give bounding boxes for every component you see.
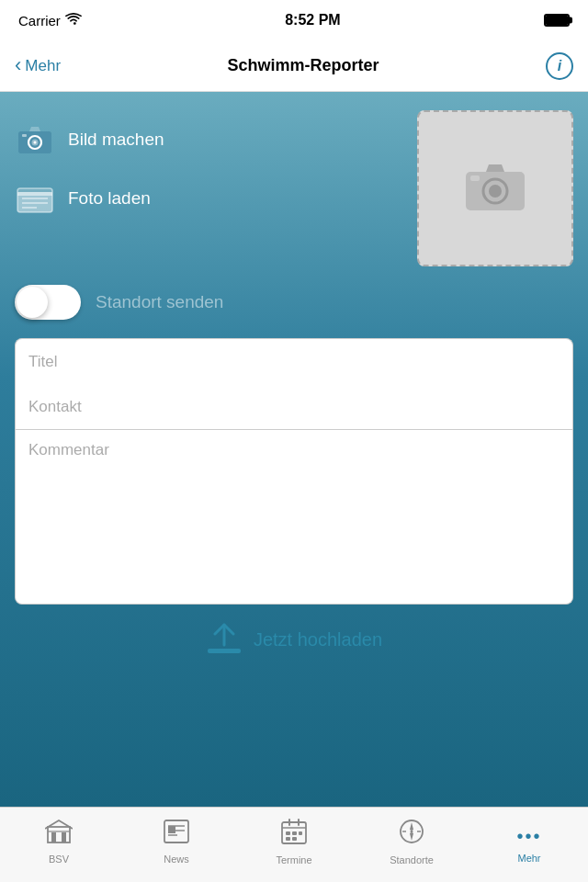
back-button[interactable]: ‹ Mehr [15, 57, 61, 75]
tab-termine[interactable]: Termine [235, 808, 353, 882]
time-display: 8:52 PM [285, 12, 340, 28]
tab-standorte-label: Standorte [390, 854, 434, 865]
tab-termine-label: Termine [276, 854, 311, 865]
svg-rect-8 [17, 192, 52, 196]
svg-point-14 [489, 185, 502, 198]
tab-news[interactable]: News [118, 808, 235, 882]
back-label: Mehr [25, 57, 61, 75]
toggle-knob [17, 287, 48, 318]
compass-icon [399, 819, 424, 851]
status-bar: Carrier 8:52 PM [0, 0, 588, 40]
placeholder-camera-icon [463, 161, 527, 216]
svg-rect-34 [292, 837, 297, 841]
svg-rect-25 [168, 826, 175, 833]
action-buttons: Bild machen Foto laden [15, 110, 164, 219]
battery-indicator [544, 14, 570, 27]
tab-bsv-label: BSV [49, 854, 69, 865]
tab-mehr[interactable]: ••• Mehr [470, 808, 588, 882]
upload-label: Jetzt hochladen [254, 629, 382, 650]
upload-icon [206, 621, 243, 658]
main-content: Bild machen Foto laden [0, 92, 588, 807]
foto-laden-label: Foto laden [68, 188, 151, 209]
tab-standorte[interactable]: Standorte [353, 808, 470, 882]
carrier-label: Carrier [18, 13, 61, 28]
svg-rect-33 [286, 837, 290, 841]
page-title: Schwimm-Reporter [228, 56, 379, 75]
camera-action[interactable]: Bild machen [15, 119, 164, 160]
toggle-row: Standort senden [15, 285, 573, 320]
comment-textarea[interactable] [15, 430, 573, 605]
chevron-left-icon: ‹ [15, 55, 21, 75]
svg-rect-30 [286, 831, 290, 835]
navigation-bar: ‹ Mehr Schwimm-Reporter i [0, 40, 588, 92]
info-icon: i [558, 58, 561, 74]
tab-bar: BSV News [0, 807, 588, 882]
photo-placeholder[interactable] [417, 110, 573, 266]
camera-label: Bild machen [68, 130, 164, 150]
svg-rect-16 [208, 649, 241, 653]
tab-news-label: News [164, 854, 189, 865]
signal-area: Carrier [18, 13, 82, 28]
svg-rect-15 [470, 175, 480, 181]
wifi-icon [65, 13, 82, 28]
calendar-icon [281, 819, 307, 851]
form-section [15, 338, 573, 605]
location-toggle[interactable] [15, 285, 81, 320]
upload-button[interactable]: Jetzt hochladen [206, 621, 382, 658]
title-input[interactable] [15, 338, 573, 384]
info-button[interactable]: i [546, 52, 573, 80]
svg-rect-21 [164, 820, 188, 842]
tab-bsv[interactable]: BSV [0, 808, 118, 882]
svg-rect-31 [292, 831, 297, 835]
news-icon [164, 820, 189, 850]
upload-photo-action[interactable]: Foto laden [15, 178, 164, 219]
svg-rect-19 [62, 832, 66, 842]
dots-icon: ••• [516, 820, 541, 849]
building-icon [45, 820, 73, 850]
top-section: Bild machen Foto laden [15, 110, 573, 266]
svg-rect-17 [48, 827, 70, 842]
camera-icon [15, 119, 55, 160]
svg-point-5 [34, 141, 37, 144]
contact-input[interactable] [15, 384, 573, 430]
upload-section: Jetzt hochladen [15, 621, 573, 658]
svg-rect-4 [22, 134, 27, 137]
folder-icon [15, 178, 55, 219]
tab-mehr-label: Mehr [517, 853, 540, 864]
location-label: Standort senden [96, 292, 223, 312]
svg-rect-18 [51, 832, 56, 842]
svg-rect-32 [299, 831, 302, 835]
